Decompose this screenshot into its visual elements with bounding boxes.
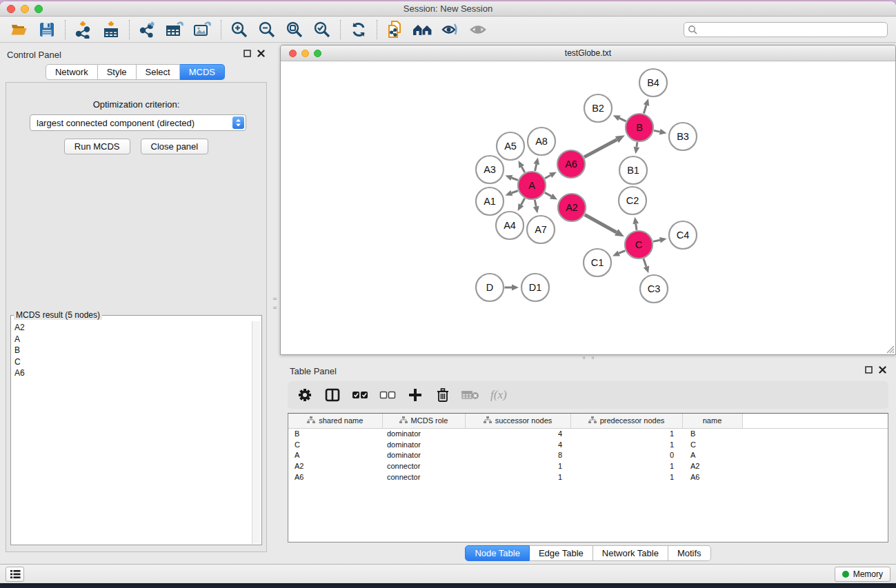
save-session-button[interactable] bbox=[33, 19, 61, 41]
network-window-titlebar[interactable]: testGlobe.txt bbox=[281, 45, 895, 61]
close-panel-icon[interactable] bbox=[879, 366, 886, 374]
tab-select[interactable]: Select bbox=[137, 64, 180, 80]
table-cell[interactable]: dominator bbox=[382, 449, 465, 460]
mcds-result-item[interactable]: B bbox=[14, 345, 251, 356]
table-cell[interactable]: 1 bbox=[570, 439, 682, 450]
tab-motifs[interactable]: Motifs bbox=[668, 545, 711, 561]
delete-button[interactable] bbox=[434, 386, 452, 404]
refresh-layout-button[interactable] bbox=[345, 19, 372, 41]
memory-button[interactable]: Memory bbox=[835, 567, 890, 582]
edge-A-A1[interactable] bbox=[512, 191, 518, 193]
column-header-shared-name[interactable]: shared name bbox=[288, 414, 382, 428]
function-builder-icon[interactable]: f(x) bbox=[490, 388, 507, 402]
zoom-window-button[interactable] bbox=[34, 5, 43, 13]
minimize-network-button[interactable] bbox=[301, 50, 309, 57]
table-row[interactable]: Bdominator41B bbox=[288, 428, 888, 439]
float-panel-icon[interactable] bbox=[865, 366, 873, 374]
float-panel-icon[interactable] bbox=[243, 50, 251, 57]
table-cell[interactable]: B bbox=[682, 428, 742, 439]
column-header-name[interactable]: name bbox=[682, 414, 742, 428]
mcds-result-item[interactable]: A bbox=[14, 334, 251, 345]
table-cell[interactable]: A6 bbox=[682, 472, 742, 483]
edge-C-C4[interactable] bbox=[653, 240, 660, 241]
edge-B-B2[interactable] bbox=[619, 118, 626, 121]
open-session-button[interactable] bbox=[6, 19, 33, 41]
import-table-button[interactable] bbox=[97, 19, 125, 41]
table-cell[interactable]: connector bbox=[382, 460, 465, 472]
export-image-button[interactable] bbox=[189, 19, 217, 41]
column-header-successor-nodes[interactable]: successor nodes bbox=[465, 414, 570, 428]
edge-B-B4[interactable] bbox=[644, 105, 646, 113]
horizontal-splitter[interactable] bbox=[280, 355, 896, 361]
edge-A-A8[interactable] bbox=[535, 164, 537, 171]
tab-mcds[interactable]: MCDS bbox=[180, 64, 225, 80]
edge-A6-B[interactable] bbox=[584, 139, 617, 156]
edge-A-A3[interactable] bbox=[512, 178, 518, 180]
table-cell[interactable]: 0 bbox=[570, 449, 682, 460]
tab-node-table[interactable]: Node Table bbox=[465, 545, 530, 561]
table-cell[interactable]: C bbox=[288, 439, 382, 450]
zoom-fit-button[interactable] bbox=[281, 19, 308, 41]
table-cell[interactable]: A bbox=[682, 449, 742, 460]
edge-A-A4[interactable] bbox=[521, 199, 524, 205]
tab-network-table[interactable]: Network Table bbox=[593, 545, 668, 561]
resize-grip-icon[interactable] bbox=[885, 344, 895, 354]
column-header-predecessor-nodes[interactable]: predecessor nodes bbox=[570, 414, 682, 428]
mcds-result-item[interactable]: A6 bbox=[14, 367, 251, 379]
table-cell[interactable]: 1 bbox=[570, 460, 682, 472]
task-history-button[interactable] bbox=[6, 567, 24, 582]
tab-style[interactable]: Style bbox=[98, 64, 137, 80]
zoom-in-button[interactable] bbox=[226, 19, 253, 41]
edge-A2-C[interactable] bbox=[585, 214, 617, 232]
close-panel-button[interactable]: Close panel bbox=[141, 139, 209, 154]
select-all-button[interactable] bbox=[351, 386, 369, 404]
edge-A-A7[interactable] bbox=[535, 200, 536, 207]
edge-B-B1[interactable] bbox=[637, 142, 637, 147]
edge-A-A5[interactable] bbox=[521, 167, 524, 172]
search-input[interactable] bbox=[684, 22, 888, 37]
table-cell[interactable]: 1 bbox=[570, 428, 682, 439]
scrollbar-track[interactable] bbox=[252, 321, 261, 544]
table-cell[interactable]: C bbox=[682, 439, 742, 450]
table-cell[interactable]: A2 bbox=[288, 460, 382, 472]
edge-C-C2[interactable] bbox=[636, 224, 637, 230]
tab-edge-table[interactable]: Edge Table bbox=[530, 545, 593, 561]
delete-table-button[interactable] bbox=[461, 386, 479, 404]
edge-C-C3[interactable] bbox=[644, 258, 646, 267]
node-table[interactable]: shared nameMCDS rolesuccessor nodesprede… bbox=[288, 413, 888, 543]
hide-details-button[interactable] bbox=[464, 19, 492, 41]
edge-A-A6[interactable] bbox=[545, 175, 550, 178]
table-cell[interactable]: 8 bbox=[465, 449, 570, 460]
table-cell[interactable]: A2 bbox=[682, 460, 742, 472]
settings-button[interactable] bbox=[296, 386, 314, 404]
mcds-result-item[interactable]: C bbox=[14, 356, 251, 368]
table-cell[interactable]: 1 bbox=[465, 472, 570, 483]
show-columns-button[interactable] bbox=[323, 386, 341, 404]
add-button[interactable] bbox=[406, 386, 424, 404]
table-cell[interactable]: B bbox=[288, 428, 382, 439]
edge-B-B3[interactable] bbox=[654, 130, 660, 132]
table-cell[interactable]: 4 bbox=[465, 439, 570, 450]
table-row[interactable]: Adominator80A bbox=[288, 449, 888, 460]
table-cell[interactable]: A6 bbox=[288, 472, 382, 483]
first-neighbors-button[interactable] bbox=[409, 19, 437, 41]
export-network-button[interactable] bbox=[134, 19, 161, 41]
table-cell[interactable]: dominator bbox=[382, 439, 465, 450]
zoom-selected-button[interactable] bbox=[308, 19, 336, 41]
edge-C-C1[interactable] bbox=[619, 251, 625, 254]
edge-A-A2[interactable] bbox=[545, 192, 551, 196]
table-cell[interactable]: dominator bbox=[382, 428, 465, 439]
vertical-splitter[interactable] bbox=[270, 43, 280, 564]
new-network-from-selection-button[interactable] bbox=[381, 19, 409, 41]
table-row[interactable]: Cdominator41C bbox=[288, 439, 888, 450]
tab-network[interactable]: Network bbox=[46, 64, 98, 80]
table-row[interactable]: A2connector11A2 bbox=[288, 460, 888, 472]
zoom-out-button[interactable] bbox=[253, 19, 281, 41]
deselect-all-button[interactable] bbox=[379, 386, 397, 404]
close-panel-icon[interactable] bbox=[257, 50, 265, 57]
table-cell[interactable]: connector bbox=[382, 472, 465, 483]
close-network-button[interactable] bbox=[289, 50, 297, 57]
table-cell[interactable]: A bbox=[288, 449, 382, 460]
table-cell[interactable]: 1 bbox=[570, 472, 682, 483]
run-mcds-button[interactable]: Run MCDS bbox=[64, 139, 130, 154]
